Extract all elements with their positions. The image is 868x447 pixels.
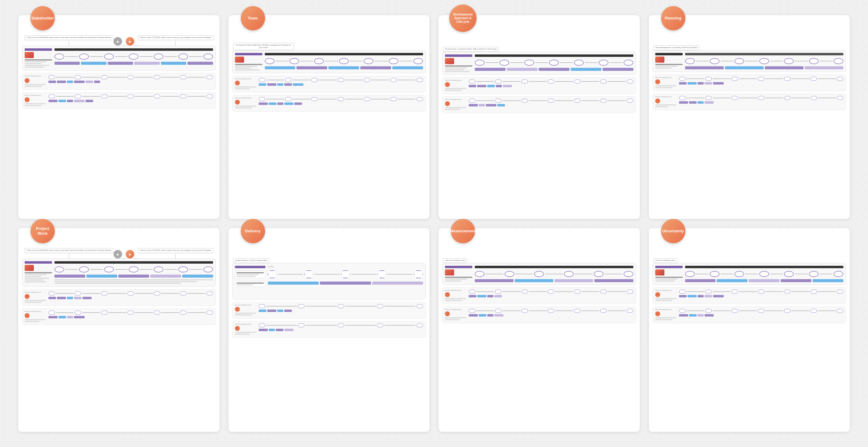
annotation-box-meas: Add Your Workflow Here	[443, 258, 467, 263]
spn1	[49, 94, 55, 99]
n6	[809, 58, 819, 64]
cell-team: Team An Advanced Team Skillkit New Workf…	[228, 15, 430, 219]
sn	[338, 323, 344, 328]
tl2	[237, 284, 253, 285]
spr2	[679, 309, 844, 316]
lbl5	[161, 62, 186, 65]
c	[745, 274, 758, 274]
sc	[766, 291, 783, 292]
sc	[792, 291, 809, 292]
c	[795, 274, 807, 274]
annotation-area-stakeholder: Check out the OVERVIEW video to learn mo…	[18, 32, 219, 46]
cell-planning: Planning Team Management, Consulting, Pl…	[649, 15, 850, 219]
spr2	[259, 97, 423, 105]
sc	[476, 81, 494, 82]
sc	[687, 78, 704, 79]
play-btn-1[interactable]	[114, 250, 122, 259]
tl2	[235, 66, 257, 67]
play-btn-2[interactable]	[126, 250, 134, 259]
spwf	[679, 77, 844, 81]
ann-line-r	[175, 254, 176, 259]
sp1-pw: Add Your Workflow Here	[22, 289, 216, 306]
t3	[698, 314, 704, 316]
c	[115, 269, 127, 270]
annotation-box-team: An Advanced Team Skillkit New Workflow m…	[233, 43, 294, 50]
t3	[277, 310, 283, 312]
t4	[74, 297, 82, 299]
text-line-5	[25, 67, 44, 68]
c	[90, 269, 102, 270]
c	[276, 61, 288, 61]
tl	[235, 87, 256, 88]
sc	[306, 325, 337, 326]
sn	[679, 289, 686, 294]
sn	[469, 79, 475, 83]
sn	[469, 289, 475, 294]
sc	[56, 293, 74, 294]
sn	[627, 79, 633, 83]
c	[486, 62, 498, 63]
sn	[679, 96, 686, 100]
sc	[319, 99, 336, 99]
spn7	[206, 75, 213, 79]
tlines	[445, 277, 472, 282]
tl	[655, 317, 677, 318]
tl2	[445, 109, 460, 110]
c	[545, 274, 563, 274]
spn2: Add Your Workflow Here	[655, 96, 677, 98]
sn	[679, 77, 686, 81]
sn	[495, 99, 502, 103]
sn	[521, 79, 528, 83]
wfl	[55, 275, 213, 278]
t1	[469, 314, 478, 316]
spl: Add Your Workflow Here	[655, 289, 677, 301]
spr	[259, 304, 423, 312]
play-button-1[interactable]	[114, 37, 122, 46]
sc	[582, 100, 599, 101]
cell-delivery: Delivery Incident Delivery, Class & Feat…	[228, 228, 430, 432]
spi	[655, 79, 660, 84]
sc	[292, 80, 310, 80]
sc	[766, 98, 783, 98]
sn	[416, 78, 423, 82]
plr	[685, 266, 844, 282]
sc	[739, 98, 756, 98]
sn	[731, 309, 738, 313]
sn	[311, 78, 318, 82]
play-button-2[interactable]	[126, 37, 134, 46]
panels-uncertainty: Add Your Workflow Here	[649, 263, 850, 432]
n1	[685, 58, 695, 64]
pll	[445, 266, 472, 282]
n6	[599, 60, 609, 66]
l1	[475, 68, 505, 71]
sn	[521, 309, 528, 313]
small-panel-2-stakeholder: Add Your Workflow Here	[22, 92, 216, 109]
spl: Add Your Workflow Here	[445, 289, 466, 301]
panel-left-team	[235, 53, 262, 71]
tl	[445, 317, 466, 318]
main-panel-pw	[22, 259, 216, 287]
wf-node-1	[55, 54, 64, 60]
sn	[101, 310, 108, 315]
wfrow	[55, 265, 213, 274]
badge-delivery: Delivery	[241, 219, 265, 243]
sc	[371, 99, 389, 99]
t3	[486, 104, 496, 106]
sc	[161, 293, 179, 294]
sc	[345, 325, 376, 326]
sc	[713, 98, 731, 98]
tl1	[25, 272, 52, 273]
sp-note: Add Your Workflow Here	[25, 75, 46, 77]
spr2	[469, 309, 633, 316]
wf-labels	[265, 66, 423, 69]
hex4	[377, 270, 386, 278]
c	[350, 61, 363, 61]
tl2	[445, 279, 467, 280]
sn	[627, 99, 633, 103]
dc2	[235, 281, 266, 287]
t5	[503, 85, 512, 87]
sc	[766, 310, 783, 311]
sc	[792, 98, 809, 98]
spi2	[655, 311, 660, 316]
wfrow	[475, 270, 633, 278]
